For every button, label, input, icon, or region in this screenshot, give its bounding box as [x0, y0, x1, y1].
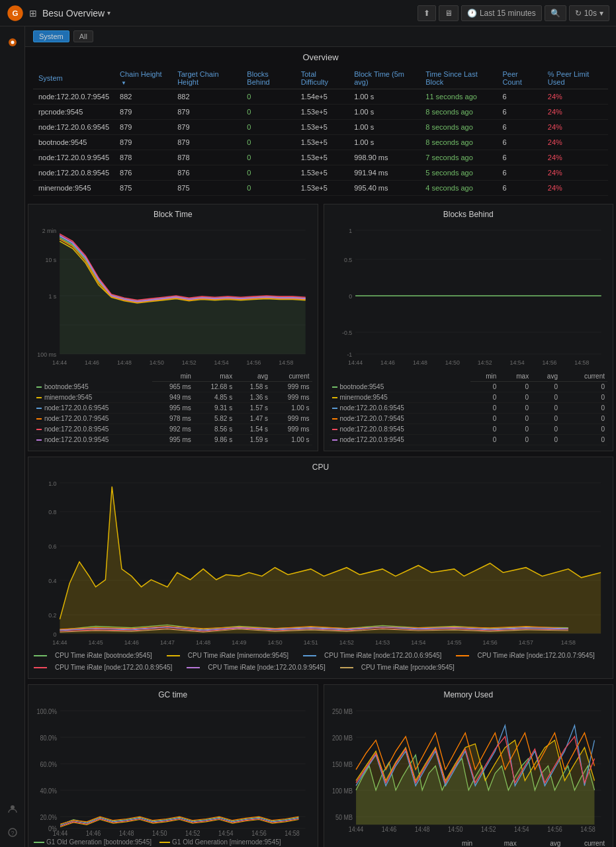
svg-text:14:50: 14:50	[150, 359, 164, 367]
svg-text:14:56: 14:56	[246, 359, 261, 367]
svg-text:0.6: 0.6	[48, 543, 56, 550]
overview-section: Overview System Chain Height ▼ Target Ch…	[25, 47, 616, 201]
memory-panel: Memory Used 250 MB 200 MB 150 MB 100 MB …	[324, 684, 614, 847]
col-block-time[interactable]: Block Time (5m avg)	[349, 67, 420, 89]
svg-text:14:58: 14:58	[561, 639, 576, 645]
svg-text:14:54: 14:54	[218, 830, 234, 836]
system-filter-tag[interactable]: System	[33, 30, 69, 42]
svg-text:10 s: 10 s	[46, 257, 57, 264]
gc-title: GC time	[34, 690, 312, 699]
svg-text:14:54: 14:54	[411, 639, 425, 645]
all-filter-dropdown[interactable]: All	[73, 30, 93, 42]
sidebar-home-icon[interactable]	[3, 33, 22, 52]
filter-bar: System All	[25, 26, 616, 47]
col-time-since[interactable]: Time Since Last Block	[420, 67, 497, 89]
sidebar-help-icon[interactable]: ?	[3, 823, 22, 842]
block-time-title: Block Time	[34, 210, 312, 219]
memory-legend: minmaxavgcurrent bootnode:9545 96.9 MB 1…	[330, 838, 608, 847]
svg-text:14:52: 14:52	[182, 359, 197, 367]
charts-row-1: Block Time 2 min 10 s 1 s 100 ms	[25, 201, 616, 454]
table-header-row: System Chain Height ▼ Target Chain Heigh…	[33, 67, 608, 89]
legend-row: minernode:9545 949 ms 4.85 s 1.36 s 999 …	[34, 392, 312, 403]
svg-text:14:48: 14:48	[414, 826, 429, 834]
cpu-legend-item: CPU Time iRate [bootnode:9545]	[34, 650, 152, 661]
refresh-button[interactable]: ↻ 10s ▾	[569, 5, 609, 21]
svg-text:14:44: 14:44	[53, 830, 68, 836]
interval-chevron-icon: ▾	[599, 9, 603, 18]
svg-text:14:44: 14:44	[348, 826, 363, 834]
apps-grid-icon[interactable]: ⊞	[29, 8, 37, 19]
col-peer-count[interactable]: Peer Count	[497, 67, 542, 89]
svg-text:14:46: 14:46	[380, 359, 395, 367]
blocks-behind-chart: 1 0.5 0 -0.5 -1 14:44 14:46 14:48 14:50 …	[330, 223, 608, 369]
svg-text:0.5: 0.5	[343, 257, 351, 264]
svg-text:14:45: 14:45	[89, 639, 103, 645]
svg-text:14:50: 14:50	[267, 639, 282, 645]
col-blocks-behind[interactable]: Blocks Behind	[242, 67, 295, 89]
svg-text:14:48: 14:48	[119, 830, 134, 836]
svg-text:14:57: 14:57	[519, 639, 533, 645]
tv-icon: 🖥	[445, 9, 453, 18]
overview-title: Overview	[33, 52, 608, 62]
svg-text:0.4: 0.4	[48, 578, 56, 584]
svg-point-3	[11, 41, 14, 44]
svg-text:14:52: 14:52	[477, 359, 492, 367]
block-time-chart: 2 min 10 s 1 s 100 ms 14:44 14:46 14:48 …	[34, 223, 312, 369]
svg-text:14:44: 14:44	[52, 359, 67, 367]
table-row: minernode:9545 875 875 0 1.53e+5 995.40 …	[33, 181, 608, 196]
col-target-chain-height[interactable]: Target Chain Height	[172, 67, 242, 89]
cpu-legend-item: CPU Time iRate [node:172.20.0.7:9545]	[456, 650, 594, 661]
legend-row: bootnode:9545 965 ms 12.68 s 1.58 s 999 …	[34, 382, 312, 392]
svg-text:50 MB: 50 MB	[335, 813, 353, 821]
svg-text:14:58: 14:58	[279, 359, 293, 367]
col-chain-height[interactable]: Chain Height ▼	[114, 67, 172, 89]
cpu-legend-item: CPU Time iRate [node:172.20.0.9:9545]	[187, 662, 325, 673]
svg-text:14:50: 14:50	[445, 359, 459, 367]
svg-text:200 MB: 200 MB	[332, 734, 353, 742]
time-range-button[interactable]: 🕐 Last 15 minutes	[461, 5, 542, 21]
svg-text:100 ms: 100 ms	[37, 351, 56, 359]
svg-text:-1: -1	[347, 351, 352, 359]
legend-row: node:172.20.0.6:9545 995 ms 9.31 s 1.57 …	[34, 403, 312, 414]
svg-text:14:58: 14:58	[285, 830, 300, 836]
time-range-label: Last 15 minutes	[480, 9, 536, 18]
interval-label: 10s	[584, 9, 597, 18]
col-total-difficulty[interactable]: Total Difficulty	[296, 67, 349, 89]
legend-row: node:172.20.0.7:9545 978 ms 5.82 s 1.47 …	[34, 414, 312, 424]
legend-row: node:172.20.0.6:9545 0 0 0 0	[330, 403, 608, 414]
svg-text:1.0: 1.0	[48, 480, 56, 487]
svg-text:G: G	[12, 8, 18, 17]
share-icon: ⬆	[423, 9, 430, 18]
sidebar: ?	[0, 26, 25, 847]
search-button[interactable]: 🔍	[545, 5, 566, 21]
col-peer-limit[interactable]: % Peer Limit Used	[543, 67, 608, 89]
share-button[interactable]: ⬆	[418, 5, 436, 21]
svg-text:14:52: 14:52	[481, 826, 496, 834]
svg-text:0: 0	[54, 631, 57, 637]
svg-text:14:58: 14:58	[580, 826, 595, 834]
gc-chart: 100.0% 80.0% 60.0% 40.0% 20.0% 0% 14:44 …	[34, 703, 312, 836]
svg-text:14:48: 14:48	[412, 359, 427, 367]
topbar: G ⊞ Besu Overview ▾ ⬆ 🖥 🕐 Last 15 minute…	[0, 0, 616, 26]
svg-text:14:55: 14:55	[447, 639, 461, 645]
col-system[interactable]: System	[33, 67, 114, 89]
gc-panel: GC time 100.0% 80.0% 60.0% 40.0% 20.0%	[28, 684, 318, 847]
cpu-legend: CPU Time iRate [bootnode:9545]CPU Time i…	[34, 650, 607, 673]
sidebar-user-icon[interactable]	[3, 799, 22, 818]
tv-button[interactable]: 🖥	[439, 5, 459, 21]
svg-text:0: 0	[349, 293, 352, 300]
svg-text:14:46: 14:46	[86, 830, 101, 836]
svg-text:14:46: 14:46	[85, 359, 99, 367]
svg-text:14:50: 14:50	[152, 830, 167, 836]
svg-text:0.8: 0.8	[48, 509, 56, 515]
gc-memory-row: GC time 100.0% 80.0% 60.0% 40.0% 20.0%	[25, 682, 616, 847]
title-chevron-icon[interactable]: ▾	[107, 9, 110, 17]
cpu-panel: CPU 1.0 0.8 0.6 0.4 0.2 0	[28, 457, 613, 679]
svg-text:14:52: 14:52	[185, 830, 200, 836]
svg-marker-71	[60, 486, 601, 633]
svg-text:2 min: 2 min	[42, 228, 57, 235]
cpu-legend-item: CPU Time iRate [minernode:9545]	[167, 650, 288, 661]
svg-text:14:56: 14:56	[542, 359, 556, 367]
main-content: System All Overview System Chain Height …	[25, 26, 616, 847]
table-row: rpcnode:9545 879 879 0 1.53e+5 1.00 s 8 …	[33, 105, 608, 120]
